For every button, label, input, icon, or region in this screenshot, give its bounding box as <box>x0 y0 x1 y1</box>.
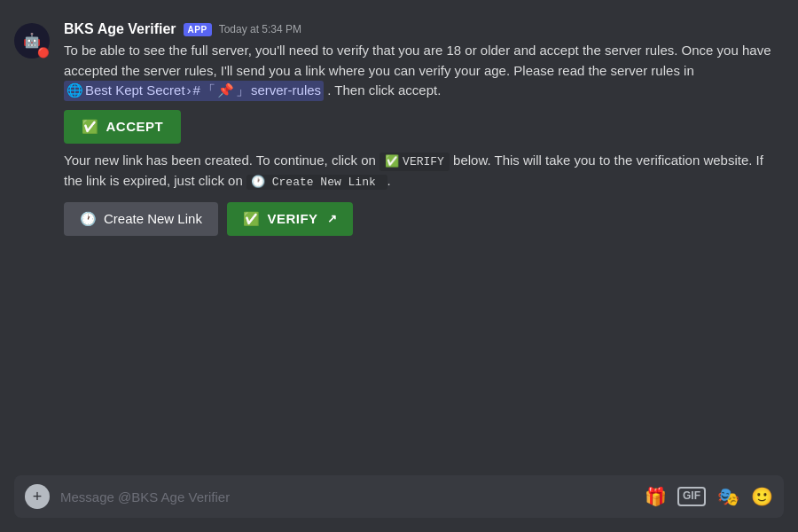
create-link-btn-label: Create New Link <box>104 211 202 226</box>
channel-pin-icon: 📌 <box>217 81 234 101</box>
accept-button[interactable]: ✅ ACCEPT <box>64 110 181 144</box>
message-text-1: To be able to see the full server, you'l… <box>64 41 784 101</box>
inline-verify-badge: ✅ VERIFY <box>379 153 450 172</box>
emoji-icon[interactable]: 🙂 <box>750 485 773 508</box>
text-end: . <box>387 173 391 188</box>
inline-verify-label: VERIFY <box>403 153 444 171</box>
bot-name: BKS Age Verifier <box>64 21 176 37</box>
text-after-channel: . Then click accept. <box>327 82 441 98</box>
channel-globe-icon: 🌐 <box>66 81 83 101</box>
channel-bracket-open: 「 <box>202 81 215 101</box>
create-link-btn-emoji: 🕐 <box>80 211 97 227</box>
avatar-sub-icon: 🔴 <box>37 47 50 59</box>
plus-icon: + <box>33 488 43 506</box>
channel-bracket-close: 」 <box>236 81 249 101</box>
message-container: 🤖 🔴 BKS Age Verifier APP Today at 5:34 P… <box>14 18 784 239</box>
verify-btn-external-icon: ↗ <box>327 212 338 225</box>
add-content-button[interactable]: + <box>25 484 50 509</box>
sticker-icon[interactable]: 🎭 <box>716 485 739 508</box>
bot-avatar: 🤖 🔴 <box>14 23 50 59</box>
chat-area: 🤖 🔴 BKS Age Verifier APP Today at 5:34 P… <box>0 0 798 475</box>
gif-button[interactable]: GIF <box>677 487 706 506</box>
text-part1: Your new link has been created. To conti… <box>64 153 376 168</box>
verify-button[interactable]: ✅ VERIFY ↗ <box>227 202 353 236</box>
avatar-top-emoji: 🤖 <box>23 34 41 48</box>
buttons-row: 🕐 Create New Link ✅ VERIFY ↗ <box>64 202 784 236</box>
message-text-2: Your new link has been created. To conti… <box>64 151 784 192</box>
create-link-button[interactable]: 🕐 Create New Link <box>64 202 218 236</box>
message-content: BKS Age Verifier APP Today at 5:34 PM To… <box>64 21 784 236</box>
channel-hash: # <box>193 81 200 101</box>
accept-btn-emoji: ✅ <box>82 119 99 135</box>
message-input[interactable] <box>50 489 644 505</box>
input-icons: 🎁 GIF 🎭 🙂 <box>644 485 773 508</box>
text-before-channel: To be able to see the full server, you'l… <box>64 43 771 78</box>
input-area: + 🎁 GIF 🎭 🙂 <box>14 475 784 518</box>
inline-verify-emoji: ✅ <box>385 153 399 171</box>
channel-mention[interactable]: 🌐 Best Kept Secret › # 「 📌 」 server-rule… <box>64 81 324 101</box>
verify-btn-emoji: ✅ <box>243 211 261 227</box>
inline-create-link: 🕐 Create New Link <box>246 175 387 190</box>
channel-server-name: Best Kept Secret <box>85 81 185 101</box>
inline-clock-emoji: 🕐 <box>251 176 265 189</box>
inline-create-link-text: Create New Link <box>272 176 376 189</box>
message-header: BKS Age Verifier APP Today at 5:34 PM <box>64 21 784 37</box>
app-badge: APP <box>184 23 212 36</box>
channel-rules-name: server-rules <box>251 81 321 101</box>
timestamp: Today at 5:34 PM <box>219 23 301 35</box>
accept-btn-label: ACCEPT <box>106 119 164 134</box>
verify-btn-label: VERIFY <box>267 211 317 226</box>
channel-separator: › <box>187 81 192 101</box>
gift-icon[interactable]: 🎁 <box>644 485 667 508</box>
